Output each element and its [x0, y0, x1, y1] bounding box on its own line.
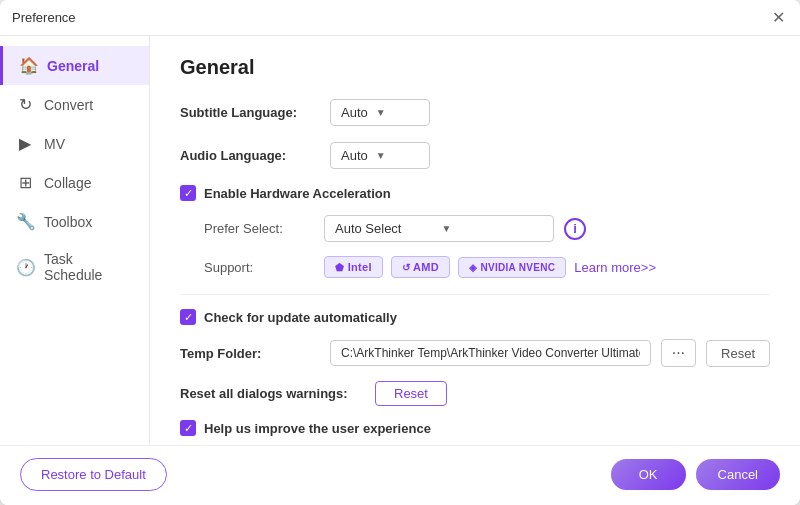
subtitle-language-select[interactable]: Auto ▼ — [330, 99, 430, 126]
temp-folder-row: Temp Folder: ··· Reset — [180, 339, 770, 367]
check-update-row: ✓ Check for update automatically — [180, 309, 770, 325]
reset-dialogs-label: Reset all dialogs warnings: — [180, 386, 365, 401]
cancel-button[interactable]: Cancel — [696, 459, 780, 490]
restore-default-button[interactable]: Restore to Default — [20, 458, 167, 491]
mv-icon: ▶ — [16, 134, 34, 153]
bottom-bar: Restore to Default OK Cancel — [0, 445, 800, 505]
chevron-down-icon-3: ▼ — [442, 223, 452, 234]
audio-language-value: Auto — [341, 148, 368, 163]
learn-more-link[interactable]: Learn more>> — [574, 260, 656, 275]
prefer-select-value: Auto Select — [335, 221, 402, 236]
title-bar: Preference ✕ — [0, 0, 800, 36]
prefer-select-row: Prefer Select: Auto Select ▼ i — [204, 215, 770, 242]
temp-folder-input[interactable] — [330, 340, 651, 366]
prefer-select-dropdown[interactable]: Auto Select ▼ — [324, 215, 554, 242]
sidebar-label-task-schedule: Task Schedule — [44, 251, 133, 283]
sidebar-item-collage[interactable]: ⊞ Collage — [0, 163, 149, 202]
right-buttons: OK Cancel — [611, 459, 780, 490]
help-improve-checkbox[interactable]: ✓ — [180, 420, 196, 436]
hw-acceleration-row: ✓ Enable Hardware Acceleration — [180, 185, 770, 201]
audio-language-select[interactable]: Auto ▼ — [330, 142, 430, 169]
sidebar-item-task-schedule[interactable]: 🕐 Task Schedule — [0, 241, 149, 293]
hw-acceleration-label: Enable Hardware Acceleration — [204, 186, 391, 201]
chevron-down-icon: ▼ — [376, 107, 386, 118]
sidebar-label-toolbox: Toolbox — [44, 214, 92, 230]
audio-language-row: Audio Language: Auto ▼ — [180, 142, 770, 169]
support-row: Support: ⬟ Intel ↺ AMD ◈ NVIDIA NVENC Le… — [204, 256, 770, 278]
section-title: General — [180, 56, 770, 79]
sidebar-item-toolbox[interactable]: 🔧 Toolbox — [0, 202, 149, 241]
close-button[interactable]: ✕ — [768, 8, 788, 28]
main-content: General Subtitle Language: Auto ▼ Audio … — [150, 36, 800, 445]
sidebar-label-mv: MV — [44, 136, 65, 152]
temp-folder-label: Temp Folder: — [180, 346, 320, 361]
temp-reset-button[interactable]: Reset — [706, 340, 770, 367]
preference-window: Preference ✕ 🏠 General ↻ Convert ▶ MV ⊞ … — [0, 0, 800, 505]
sidebar-label-general: General — [47, 58, 99, 74]
nvidia-badge: ◈ NVIDIA NVENC — [458, 257, 566, 278]
sidebar: 🏠 General ↻ Convert ▶ MV ⊞ Collage 🔧 Too… — [0, 36, 150, 445]
task-schedule-icon: 🕐 — [16, 258, 34, 277]
check-update-checkbox[interactable]: ✓ — [180, 309, 196, 325]
amd-logo-icon: ↺ — [402, 262, 410, 273]
intel-logo-icon: ⬟ — [335, 262, 344, 273]
help-improve-label: Help us improve the user experience — [204, 421, 431, 436]
support-badges: ⬟ Intel ↺ AMD ◈ NVIDIA NVENC Learn more>… — [324, 256, 656, 278]
sidebar-item-convert[interactable]: ↻ Convert — [0, 85, 149, 124]
reset-dialogs-button[interactable]: Reset — [375, 381, 447, 406]
subtitle-language-label: Subtitle Language: — [180, 105, 320, 120]
sidebar-label-convert: Convert — [44, 97, 93, 113]
info-icon[interactable]: i — [564, 218, 586, 240]
sidebar-item-mv[interactable]: ▶ MV — [0, 124, 149, 163]
reset-dialogs-row: Reset all dialogs warnings: Reset — [180, 381, 770, 406]
sidebar-item-general[interactable]: 🏠 General — [0, 46, 149, 85]
convert-icon: ↻ — [16, 95, 34, 114]
sidebar-label-collage: Collage — [44, 175, 91, 191]
help-improve-row: ✓ Help us improve the user experience — [180, 420, 770, 436]
amd-badge: ↺ AMD — [391, 256, 450, 278]
collage-icon: ⊞ — [16, 173, 34, 192]
ok-button[interactable]: OK — [611, 459, 686, 490]
browse-button[interactable]: ··· — [661, 339, 696, 367]
hw-acceleration-checkbox[interactable]: ✓ — [180, 185, 196, 201]
support-label: Support: — [204, 260, 314, 275]
window-title: Preference — [12, 10, 76, 25]
chevron-down-icon-2: ▼ — [376, 150, 386, 161]
subtitle-language-row: Subtitle Language: Auto ▼ — [180, 99, 770, 126]
intel-badge: ⬟ Intel — [324, 256, 383, 278]
subtitle-language-value: Auto — [341, 105, 368, 120]
home-icon: 🏠 — [19, 56, 37, 75]
toolbox-icon: 🔧 — [16, 212, 34, 231]
divider-1 — [180, 294, 770, 295]
prefer-select-label: Prefer Select: — [204, 221, 314, 236]
content-area: 🏠 General ↻ Convert ▶ MV ⊞ Collage 🔧 Too… — [0, 36, 800, 445]
nvidia-logo-icon: ◈ — [469, 262, 477, 273]
audio-language-label: Audio Language: — [180, 148, 320, 163]
check-update-label: Check for update automatically — [204, 310, 397, 325]
